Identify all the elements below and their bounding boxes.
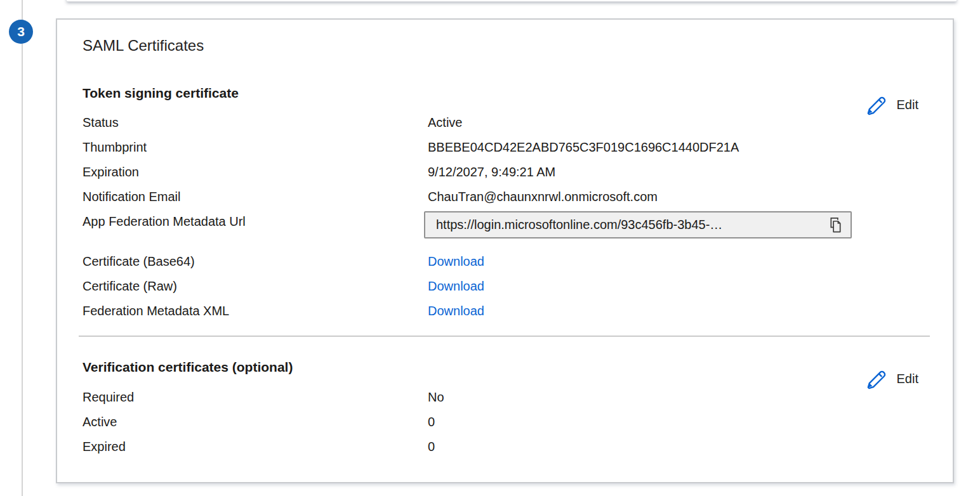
property-label: Required: [83, 389, 428, 406]
section-divider: [79, 336, 930, 337]
step-number: 3: [17, 24, 25, 39]
step-number-badge: 3: [9, 20, 33, 44]
property-label: Notification Email: [83, 188, 428, 206]
property-value: 0: [428, 414, 435, 431]
metadata-url-value: https://login.microsoftonline.com/93c456…: [436, 216, 822, 233]
property-row-required: Required No: [83, 389, 927, 414]
download-certificate-raw-link[interactable]: Download: [428, 278, 484, 295]
verification-certificates-heading: Verification certificates (optional): [83, 360, 293, 375]
edit-token-certificate-button[interactable]: Edit: [864, 93, 918, 116]
property-row-active: Active 0: [83, 414, 927, 438]
verification-certificate-properties: Required No Active 0 Expired 0: [83, 389, 927, 463]
edit-verification-certificates-button[interactable]: Edit: [864, 367, 918, 390]
property-row-certificate-raw: Certificate (Raw) Download: [83, 278, 927, 303]
card-title: SAML Certificates: [83, 37, 204, 55]
saml-certificates-card: SAML Certificates Token signing certific…: [56, 18, 954, 483]
property-row-notification-email: Notification Email ChauTran@chaunxnrwl.o…: [83, 188, 927, 213]
edit-button-label: Edit: [897, 372, 918, 386]
property-value: Active: [428, 114, 462, 131]
property-row-expired: Expired 0: [83, 438, 927, 463]
property-label: Thumbprint: [83, 139, 428, 156]
property-value: ChauTran@chaunxnrwl.onmicrosoft.com: [428, 188, 658, 206]
property-value: 9/12/2027, 9:49:21 AM: [428, 164, 555, 181]
property-row-status: Status Active: [83, 114, 927, 139]
property-label: Status: [83, 114, 428, 131]
token-certificate-properties: Status Active Thumbprint BBEBE04CD42E2AB…: [83, 114, 927, 327]
property-label: App Federation Metadata Url: [83, 213, 428, 230]
property-row-metadata-url: App Federation Metadata Url https://logi…: [83, 213, 927, 245]
property-value: No: [428, 389, 444, 406]
property-row-certificate-base64: Certificate (Base64) Download: [83, 253, 927, 278]
copy-url-button[interactable]: [828, 216, 843, 233]
property-label: Federation Metadata XML: [83, 303, 428, 320]
property-row-thumbprint: Thumbprint BBEBE04CD42E2ABD765C3F019C169…: [83, 139, 927, 164]
property-value: 0: [428, 438, 435, 455]
property-label: Active: [83, 414, 428, 431]
copy-icon: [828, 216, 843, 233]
spacer: [83, 245, 927, 253]
property-value: BBEBE04CD42E2ABD765C3F019C1696C1440DF21A: [428, 139, 739, 156]
app-federation-metadata-url-field[interactable]: https://login.microsoftonline.com/93c456…: [424, 211, 852, 238]
token-signing-certificate-heading: Token signing certificate: [83, 86, 239, 101]
step-connector-line: [22, 0, 23, 496]
pencil-icon: [864, 367, 887, 390]
download-certificate-base64-link[interactable]: Download: [428, 253, 484, 270]
property-row-federation-metadata-xml: Federation Metadata XML Download: [83, 303, 927, 327]
pencil-icon: [864, 93, 887, 116]
property-label: Certificate (Raw): [83, 278, 428, 295]
property-label: Expiration: [83, 164, 428, 181]
property-row-expiration: Expiration 9/12/2027, 9:49:21 AM: [83, 164, 927, 188]
property-label: Certificate (Base64): [83, 253, 428, 270]
previous-card-edge: [67, 0, 957, 2]
property-label: Expired: [83, 438, 428, 455]
download-federation-metadata-xml-link[interactable]: Download: [428, 303, 484, 320]
edit-button-label: Edit: [897, 98, 918, 112]
